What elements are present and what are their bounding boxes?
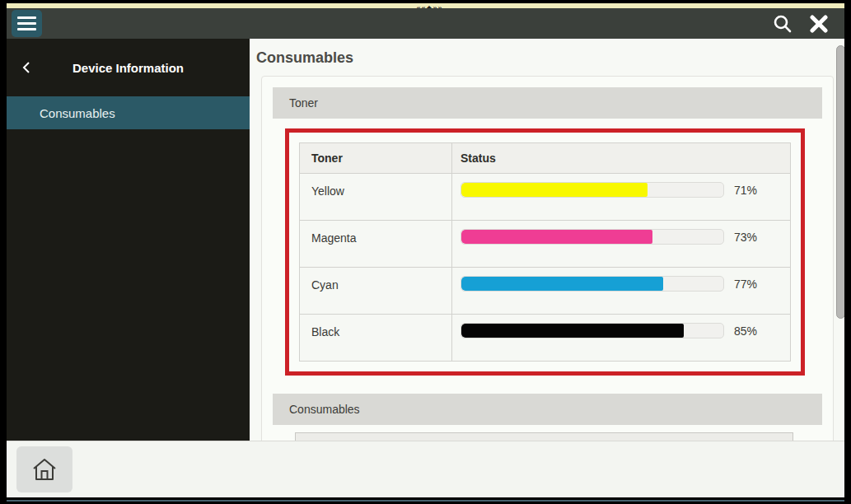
toner-status-cell: 85% bbox=[452, 315, 790, 361]
toner-level-bar-track bbox=[461, 229, 724, 245]
toner-name: Black bbox=[300, 315, 452, 361]
toner-level-bar-track bbox=[461, 276, 724, 292]
sidebar: Device Information Consumables bbox=[7, 39, 250, 441]
table-row: Black85% bbox=[300, 314, 790, 361]
home-button[interactable] bbox=[16, 446, 72, 492]
toner-name: Yellow bbox=[300, 174, 452, 220]
screen: Device Information Consumables Consumabl… bbox=[7, 8, 844, 497]
table-row: Magenta73% bbox=[300, 220, 790, 267]
app-bar bbox=[7, 8, 844, 39]
toner-percent-label: 73% bbox=[734, 229, 757, 244]
toner-table-header: Toner Status bbox=[300, 143, 790, 173]
section-title: Consumables bbox=[289, 403, 360, 416]
search-button[interactable] bbox=[769, 10, 797, 38]
bottom-bar bbox=[7, 441, 844, 497]
next-table-partial bbox=[295, 432, 793, 441]
main-content: Consumables Toner Toner Status Yellow71%… bbox=[250, 39, 844, 441]
menu-icon bbox=[17, 16, 36, 19]
toner-level-bar-fill bbox=[461, 277, 663, 291]
toner-level-bar-fill bbox=[461, 324, 684, 338]
menu-icon-bar bbox=[17, 28, 36, 30]
sidebar-item-label: Consumables bbox=[40, 106, 115, 120]
toner-level-bar-fill bbox=[461, 230, 652, 244]
menu-icon-bar bbox=[17, 22, 36, 25]
toner-name: Magenta bbox=[300, 221, 452, 267]
back-button[interactable] bbox=[18, 59, 35, 76]
bottom-bezel-line bbox=[7, 500, 844, 502]
toner-percent-label: 77% bbox=[734, 276, 757, 291]
section-header-toner: Toner bbox=[273, 87, 822, 119]
menu-button[interactable] bbox=[12, 10, 42, 37]
toner-status-cell: 77% bbox=[452, 268, 790, 314]
device-screen: ««◆»» bbox=[0, 0, 851, 504]
section-title: Toner bbox=[289, 96, 318, 110]
sidebar-title: Device Information bbox=[72, 61, 184, 75]
table-row: Yellow71% bbox=[300, 173, 790, 220]
table-row: Cyan77% bbox=[300, 267, 790, 314]
section-header-consumables: Consumables bbox=[273, 394, 822, 425]
scrollbar[interactable] bbox=[836, 45, 844, 319]
close-button[interactable] bbox=[805, 10, 833, 38]
toner-status-cell: 73% bbox=[452, 221, 790, 267]
column-header-status: Status bbox=[452, 143, 790, 173]
consumables-card: Toner Toner Status Yellow71%Magenta73%Cy… bbox=[261, 76, 834, 441]
chevron-left-icon bbox=[22, 61, 30, 74]
body: Device Information Consumables Consumabl… bbox=[7, 39, 844, 441]
toner-level-bar-track bbox=[461, 182, 724, 198]
home-icon bbox=[30, 456, 58, 483]
toner-name: Cyan bbox=[300, 268, 452, 314]
column-header-toner: Toner bbox=[300, 143, 452, 173]
sidebar-header: Device Information bbox=[7, 39, 250, 96]
toner-level-bar-fill bbox=[461, 183, 648, 197]
toner-level-bar-track bbox=[461, 323, 724, 338]
close-icon bbox=[810, 15, 828, 33]
toner-table: Toner Status Yellow71%Magenta73%Cyan77%B… bbox=[299, 142, 791, 362]
toner-status-cell: 71% bbox=[452, 174, 790, 220]
toner-table-rows: Yellow71%Magenta73%Cyan77%Black85% bbox=[300, 173, 790, 361]
search-icon bbox=[773, 14, 793, 34]
highlight-box: Toner Status Yellow71%Magenta73%Cyan77%B… bbox=[285, 128, 805, 376]
toner-percent-label: 85% bbox=[734, 323, 757, 338]
toner-percent-label: 71% bbox=[734, 182, 757, 197]
sidebar-item-consumables[interactable]: Consumables bbox=[7, 96, 250, 129]
page-title: Consumables bbox=[256, 49, 844, 67]
